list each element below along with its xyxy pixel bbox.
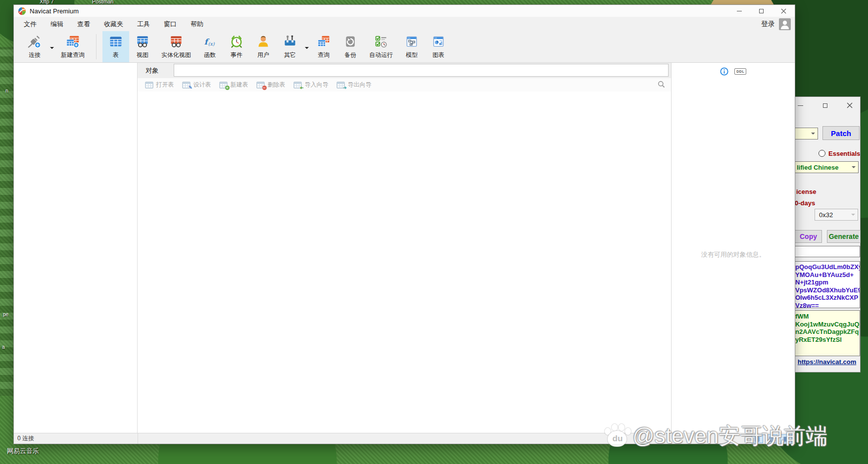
svg-text:(x): (x) — [208, 41, 215, 46]
toolbar-label: 事件 — [231, 51, 242, 59]
toolbar-others-button[interactable]: 其它 — [277, 31, 303, 62]
hex-select[interactable]: 0x32 — [815, 209, 858, 221]
others-icon — [282, 35, 298, 48]
backup-icon — [342, 35, 358, 48]
object-toolbar-label: 导入向导 — [305, 81, 329, 89]
view-icon — [135, 35, 150, 48]
toolbar-label: 查询 — [318, 51, 330, 59]
menu-file[interactable]: 文件 — [17, 17, 44, 31]
object-filter-input[interactable] — [174, 64, 669, 77]
menu-favorites[interactable]: 收藏夹 — [97, 17, 130, 31]
open-table-icon — [145, 81, 154, 89]
open-table-button[interactable]: 打开表 — [142, 80, 178, 90]
export-wizard-button[interactable]: ➜ 导出向导 — [333, 80, 375, 90]
toolbar-label: 表 — [113, 51, 119, 59]
toolbar-label: 自动运行 — [369, 51, 393, 59]
new-query-icon — [64, 35, 81, 48]
toolbar-connection-button[interactable]: 连接 — [21, 31, 48, 62]
window-minimize-button[interactable] — [728, 5, 750, 17]
toolbar-backup-button[interactable]: 备份 — [337, 31, 364, 62]
new-table-button[interactable]: + 新建表 — [216, 80, 252, 90]
search-button[interactable] — [658, 81, 665, 88]
navicat-window: Navicat Premium 文件 编辑 查看 收藏夹 工具 窗口 帮助 登录 — [13, 4, 795, 444]
toolbar-table-button[interactable]: 表 — [102, 31, 129, 62]
patch-button[interactable]: Patch — [822, 126, 860, 140]
tab-objects[interactable]: 对象 — [138, 66, 164, 75]
menu-help[interactable]: 帮助 — [184, 17, 210, 31]
user-avatar[interactable] — [779, 18, 791, 30]
keygen-maximize-button[interactable] — [820, 101, 830, 110]
chevron-down-icon — [852, 166, 856, 170]
essentials-label: Essentials — [828, 150, 860, 157]
keygen-close-button[interactable] — [844, 101, 855, 110]
import-wizard-button[interactable]: ➜ 导入向导 — [290, 80, 332, 90]
music-app-label[interactable]: 网易云音乐 — [7, 447, 39, 456]
new-table-icon: + — [219, 81, 228, 89]
maximize-icon — [759, 9, 764, 13]
model-icon — [404, 35, 420, 48]
others-dropdown-arrow[interactable] — [303, 31, 310, 62]
menu-window[interactable]: 窗口 — [157, 17, 184, 31]
window-title: Navicat Premium — [30, 7, 79, 15]
object-info-pane: DDL 没有可用的对象信息。 — [671, 63, 795, 434]
table-icon — [108, 35, 124, 48]
window-close-button[interactable] — [772, 5, 795, 17]
generate-button[interactable]: Generate — [827, 230, 861, 243]
toolbar-query-button[interactable]: 查询 — [310, 31, 337, 62]
toolbar-automation-button[interactable]: 自动运行 — [364, 31, 398, 62]
object-toolbar: 打开表 ✎ 设计表 + 新建表 — [138, 78, 672, 92]
toolbar-label: 图表 — [433, 51, 444, 59]
keygen-minimize-button[interactable] — [795, 101, 806, 110]
toolbar-charts-button[interactable]: 图表 — [425, 31, 452, 62]
toolbar-view-button[interactable]: 视图 — [129, 31, 156, 62]
menu-view[interactable]: 查看 — [70, 17, 97, 31]
query-icon — [316, 35, 332, 48]
design-table-icon: ✎ — [182, 81, 191, 89]
delete-table-icon: − — [256, 81, 265, 89]
info-icon[interactable] — [720, 67, 728, 76]
close-icon — [847, 102, 853, 108]
background-window-edge — [0, 47, 13, 396]
materialized-view-icon — [168, 35, 184, 48]
delete-table-button[interactable]: − 删除表 — [253, 80, 289, 90]
toolbar-label: 视图 — [137, 51, 148, 59]
maximize-icon — [823, 103, 827, 108]
essentials-radio[interactable] — [819, 150, 825, 157]
main-area: 对象 打开表 ✎ 设计表 — [14, 63, 795, 434]
menu-tools[interactable]: 工具 — [130, 17, 157, 31]
menu-edit[interactable]: 编辑 — [44, 17, 70, 31]
login-button[interactable]: 登录 — [761, 20, 775, 29]
toolbar-function-button[interactable]: f (x) 函数 — [196, 31, 223, 62]
chevron-down-icon — [811, 133, 815, 137]
window-maximize-button[interactable] — [750, 5, 772, 17]
detail-view-toggle[interactable]: ▥ — [766, 434, 777, 443]
minus-icon: − — [262, 86, 267, 90]
main-toolbar: 连接 新建查询 表 — [14, 31, 795, 63]
list-view-toggle[interactable]: ▤ — [751, 434, 763, 443]
er-view-toggle[interactable]: ▦ — [780, 434, 792, 443]
days-label-fragment: 0-days — [795, 199, 815, 207]
automation-icon — [373, 35, 389, 48]
design-table-button[interactable]: ✎ 设计表 — [179, 80, 215, 90]
arrow-in-icon: ➜ — [300, 86, 304, 90]
toolbar-model-button[interactable]: 模型 — [398, 31, 425, 62]
chevron-down-icon — [305, 47, 309, 51]
connection-dropdown-arrow[interactable] — [48, 31, 55, 62]
toolbar-materialized-view-button[interactable]: 实体化视图 — [156, 31, 196, 62]
toolbar-event-button[interactable]: 事件 — [223, 31, 250, 62]
object-toolbar-label: 设计表 — [193, 81, 211, 89]
copy-button[interactable]: Copy — [795, 230, 822, 243]
navicat-link[interactable]: https://navicat.com — [796, 358, 858, 366]
toolbar-label: 用户 — [257, 51, 269, 59]
language-select-value: lified Chinese — [797, 164, 839, 171]
ddl-toggle-button[interactable]: DDL — [734, 68, 746, 75]
object-list-area[interactable] — [138, 92, 672, 434]
connection-tree-pane[interactable] — [14, 63, 137, 434]
user-icon — [255, 35, 271, 48]
object-toolbar-label: 删除表 — [268, 81, 286, 89]
toolbar-new-query-button[interactable]: 新建查询 — [55, 31, 90, 62]
plus-icon: + — [225, 86, 230, 90]
navicat-logo-icon — [18, 7, 26, 15]
charts-icon — [431, 35, 446, 48]
toolbar-user-button[interactable]: 用户 — [250, 31, 277, 62]
